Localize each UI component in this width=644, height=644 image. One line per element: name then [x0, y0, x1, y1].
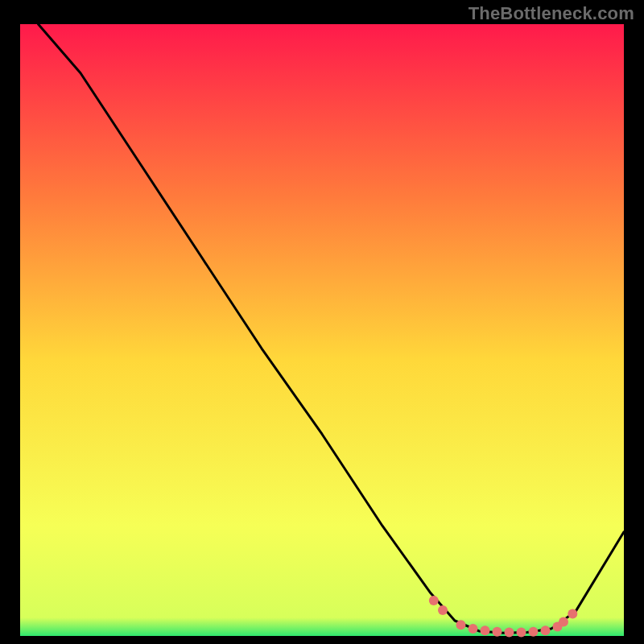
marker-dot — [429, 596, 439, 605]
marker-dot — [493, 627, 502, 637]
marker-dot — [517, 627, 526, 637]
marker-dot — [505, 627, 514, 637]
marker-dot — [541, 625, 551, 635]
marker-dot — [559, 617, 568, 627]
marker-dot — [469, 624, 478, 634]
marker-dot — [456, 620, 466, 630]
marker-dot — [568, 609, 577, 619]
chart-frame: { "watermark": "TheBottleneck.com", "col… — [0, 0, 644, 644]
watermark-text: TheBottleneck.com — [469, 3, 634, 24]
marker-dot — [481, 625, 490, 635]
marker-dot — [438, 605, 448, 615]
gradient-background — [20, 24, 624, 636]
plot-svg — [0, 0, 644, 644]
marker-dot — [529, 627, 539, 637]
